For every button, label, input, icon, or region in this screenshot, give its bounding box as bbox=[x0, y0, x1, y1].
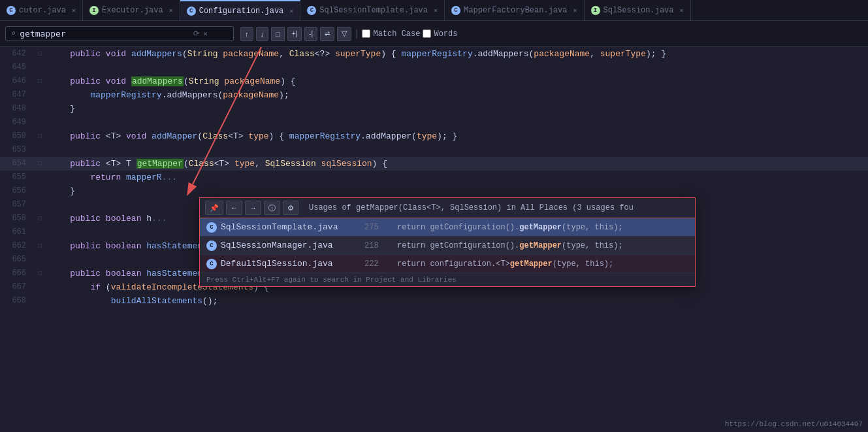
gutter-657 bbox=[34, 198, 46, 212]
tab-icon-executor2: I bbox=[89, 6, 99, 15]
search-bar: ⌕ ⟳ ✕ ↑ ↓ □ +| -| ⇌ ▽ | Match Case Words bbox=[0, 21, 868, 47]
line-num-647: 647 bbox=[0, 88, 34, 102]
code-line-646: 646 □ public void addMappers(String pack… bbox=[0, 75, 868, 88]
tab-bar: C cutor.java ✕ I Executor.java ✕ C Confi… bbox=[0, 0, 868, 21]
tab-executor1[interactable]: C cutor.java ✕ bbox=[0, 0, 83, 21]
popup-code-2: return configuration.<T>getMapper(type, … bbox=[397, 259, 613, 269]
gutter-655 bbox=[34, 171, 46, 184]
popup-filename-2: DefaultSqlSession.java bbox=[221, 259, 364, 269]
words-checkbox[interactable] bbox=[423, 29, 431, 38]
line-num-666: 666 bbox=[0, 267, 34, 280]
tab-executor2[interactable]: I Executor.java ✕ bbox=[83, 0, 180, 21]
match-case-label: Match Case bbox=[373, 29, 420, 39]
tab-close-sqlsessiontemplate[interactable]: ✕ bbox=[434, 7, 438, 14]
code-content-646: public void addMappers(String packageNam… bbox=[46, 75, 868, 88]
popup-footer: Press Ctrl+Alt+F7 again to search in Pro… bbox=[200, 273, 695, 286]
tab-close-sqlsession[interactable]: ✕ bbox=[680, 7, 684, 14]
code-line-642: 642 □ public void addMappers(String pack… bbox=[0, 47, 868, 61]
expand-btn[interactable]: □ bbox=[271, 27, 285, 41]
popup-filename-0: SqlSessionTemplate.java bbox=[221, 222, 364, 232]
gutter-647 bbox=[34, 88, 46, 102]
gutter-668 bbox=[34, 294, 46, 308]
popup-footer-text: Press Ctrl+Alt+F7 again to search in Pro… bbox=[206, 276, 457, 284]
prev-match-btn[interactable]: ↑ bbox=[240, 27, 253, 41]
btn-t2[interactable]: -| bbox=[304, 27, 317, 41]
gutter-662: □ bbox=[34, 239, 46, 253]
gutter-667 bbox=[34, 280, 46, 294]
tab-mapperfactorybean[interactable]: C MapperFactoryBean.java ✕ bbox=[445, 0, 584, 21]
gutter-666: □ bbox=[34, 267, 46, 280]
code-content-647: mapperRegistry.addMappers(packageName); bbox=[46, 88, 868, 102]
popup-row-1[interactable]: C SqlSessionManager.java 218 return getC… bbox=[200, 237, 695, 255]
popup-info-btn[interactable]: ⓘ bbox=[264, 201, 280, 215]
code-content-654: public <T> T getMapper(Class<T> type, Sq… bbox=[46, 157, 868, 171]
line-num-665: 665 bbox=[0, 253, 34, 267]
tab-sqlsessiontemplate[interactable]: C SqlSessionTemplate.java ✕ bbox=[300, 0, 445, 21]
tab-label-configuration: Configuration.java bbox=[199, 7, 284, 16]
gutter-653 bbox=[34, 143, 46, 157]
popup-pin-btn[interactable]: 📌 bbox=[205, 201, 223, 215]
gutter-658: □ bbox=[34, 212, 46, 225]
tab-close-configuration[interactable]: ✕ bbox=[289, 7, 293, 15]
btn-t3[interactable]: ⇌ bbox=[320, 27, 334, 41]
line-num-657: 657 bbox=[0, 198, 34, 212]
watermark: https://blog.csdn.net/u014034497 bbox=[725, 420, 863, 428]
tab-close-executor1[interactable]: ✕ bbox=[72, 7, 76, 14]
gutter-661 bbox=[34, 225, 46, 239]
gutter-654: □ bbox=[34, 157, 46, 171]
popup-settings-btn[interactable]: ⚙ bbox=[283, 201, 298, 215]
tab-icon-sqlsession: I bbox=[591, 6, 600, 15]
tab-icon-executor1: C bbox=[7, 6, 16, 15]
gutter-649 bbox=[34, 116, 46, 129]
code-line-656: 656 } bbox=[0, 184, 868, 198]
search-input[interactable] bbox=[20, 29, 189, 39]
toolbar-btns: ↑ ↓ □ +| -| ⇌ ▽ | Match Case Words bbox=[240, 27, 457, 41]
search-history-icon[interactable]: ⟳ bbox=[193, 29, 199, 38]
popup-row-2[interactable]: C DefaultSqlSession.java 222 return conf… bbox=[200, 255, 695, 273]
code-content-649 bbox=[46, 116, 868, 129]
search-clear-icon[interactable]: ✕ bbox=[203, 29, 208, 38]
tab-sqlsession[interactable]: I SqlSession.java ✕ bbox=[585, 0, 691, 21]
tab-close-mapperfactorybean[interactable]: ✕ bbox=[573, 7, 577, 14]
code-line-647: 647 mapperRegistry.addMappers(packageNam… bbox=[0, 88, 868, 102]
line-num-646: 646 bbox=[0, 75, 34, 88]
popup-file-icon-0: C bbox=[206, 222, 217, 233]
line-num-650: 650 bbox=[0, 129, 34, 143]
code-content-656: } bbox=[46, 184, 868, 198]
code-line-655: 655 return mapperR... bbox=[0, 171, 868, 184]
tab-configuration[interactable]: C Configuration.java ✕ bbox=[180, 0, 301, 21]
line-num-661: 661 bbox=[0, 225, 34, 239]
popup-back-btn[interactable]: ← bbox=[226, 201, 242, 215]
match-case-checkbox-wrap[interactable]: Match Case bbox=[362, 29, 420, 39]
tab-label-executor1: cutor.java bbox=[19, 6, 66, 15]
popup-file-icon-1: C bbox=[206, 241, 217, 251]
popup-title: Usages of getMapper(Class<T>, SqlSession… bbox=[309, 203, 634, 212]
tab-close-executor2[interactable]: ✕ bbox=[169, 7, 173, 14]
code-content-655: return mapperR... bbox=[46, 171, 868, 184]
line-num-662: 662 bbox=[0, 239, 34, 253]
gutter-642: □ bbox=[34, 47, 46, 61]
code-line-649: 649 bbox=[0, 116, 868, 129]
line-num-649: 649 bbox=[0, 116, 34, 129]
gutter-648 bbox=[34, 102, 46, 116]
tab-label-sqlsessiontemplate: SqlSessionTemplate.java bbox=[319, 6, 428, 15]
popup-file-icon-2: C bbox=[206, 259, 217, 269]
btn-t1[interactable]: +| bbox=[287, 27, 302, 41]
popup-code-1: return getConfiguration().getMapper(type… bbox=[397, 241, 623, 250]
code-content-653 bbox=[46, 143, 868, 157]
tab-icon-mapperfactorybean: C bbox=[451, 6, 460, 15]
next-match-btn[interactable]: ↓ bbox=[256, 27, 269, 41]
popup-forward-btn[interactable]: → bbox=[245, 201, 261, 215]
code-content-642: public void addMappers(String packageNam… bbox=[46, 47, 868, 61]
words-checkbox-wrap[interactable]: Words bbox=[423, 29, 457, 39]
search-input-wrap: ⌕ ⟳ ✕ bbox=[5, 26, 234, 41]
filter-btn[interactable]: ▽ bbox=[337, 27, 351, 41]
gutter-646: □ bbox=[34, 75, 46, 88]
popup-code-0: return getConfiguration().getMapper(type… bbox=[397, 223, 623, 232]
popup-row-0[interactable]: C SqlSessionTemplate.java 275 return get… bbox=[200, 218, 695, 237]
code-content-645 bbox=[46, 61, 868, 75]
match-case-checkbox[interactable] bbox=[362, 29, 370, 38]
line-num-654: 654 bbox=[0, 157, 34, 171]
code-line-650: 650 □ public <T> void addMapper(Class<T>… bbox=[0, 129, 868, 143]
usages-popup: 📌 ← → ⓘ ⚙ Usages of getMapper(Class<T>, … bbox=[199, 197, 696, 287]
